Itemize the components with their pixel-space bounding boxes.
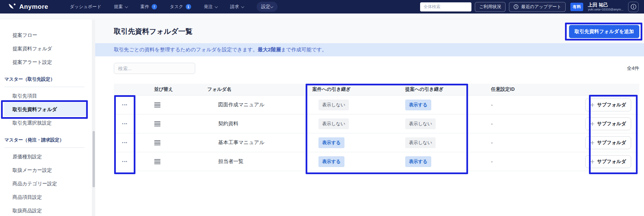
proposal-handover-badge: 表示する (405, 100, 431, 110)
plan-badge: 有料 (570, 3, 583, 11)
sub-nav-strip (0, 14, 644, 19)
nav-menu: ダッシュボード 提案 案件! タスク1 発注 請求 設定 (70, 2, 278, 12)
add-partner-doc-folder-button[interactable]: 取引先資料フォルダを追加 (569, 25, 639, 38)
custom-id-value: - (468, 121, 544, 127)
total-count: 全4件 (627, 65, 639, 72)
custom-id-value: - (468, 102, 544, 108)
plus-icon (590, 160, 594, 164)
folder-name: 図面作成マニュアル (192, 102, 306, 108)
sidebar-item-proposal-alert[interactable]: 提案アラート設定 (0, 55, 92, 69)
sidebar-item-cost-type[interactable]: 原価種別設定 (0, 150, 92, 163)
brand-logo[interactable]: Anymore (8, 3, 48, 11)
custom-id-value: - (468, 159, 544, 164)
case-handover-badge: 表示しない (318, 118, 349, 129)
case-handover-badge: 表示する (318, 137, 344, 148)
chevron-down-icon (125, 5, 128, 8)
plus-icon (590, 122, 594, 126)
sidebar-item-proposal-folder[interactable]: 提案資料フォルダ (0, 42, 92, 55)
folder-name: 基本工事マニュアル (192, 139, 306, 146)
sidebar-item-products[interactable]: 取扱商品設定 (0, 204, 92, 216)
proposal-handover-badge: 表示しない (405, 118, 436, 129)
sidebar-item-product-category[interactable]: 商品カテゴリー設定 (0, 177, 92, 190)
sidebar-heading-partner-settings: マスター（取引先設定） (4, 74, 84, 87)
folders-table: 並び替え フォルダ名 案件への引き継ぎ 提案への引き継ぎ 任意設定ID 図面作成… (114, 84, 639, 171)
help-info-button[interactable] (628, 2, 639, 12)
nav-item-dashboard[interactable]: ダッシュボード (70, 4, 101, 10)
brand-name: Anymore (19, 3, 48, 10)
chevron-down-icon (241, 5, 244, 8)
sidebar-scrollbar-thumb[interactable] (93, 131, 95, 187)
nav-item-proposal[interactable]: 提案 (114, 4, 128, 10)
header-proposal-handover: 提案への引き継ぎ (387, 86, 468, 92)
row-menu-icon[interactable] (121, 140, 128, 145)
case-handover-badge: 表示しない (318, 100, 349, 110)
nav-item-settings[interactable]: 設定 (257, 2, 278, 12)
sidebar-item-product-fields[interactable]: 商品項目設定 (0, 190, 92, 204)
header-case-handover: 案件への引き継ぎ (306, 86, 387, 92)
sidebar-item-partner-choices[interactable]: 取引先選択肢設定 (0, 116, 92, 130)
table-row: 担当者一覧 表示する 表示する - サブフォルダ (114, 152, 639, 171)
nav-item-billing[interactable]: 請求 (230, 4, 244, 10)
settings-sidebar: 提案フロー 提案資料フォルダ 提案アラート設定 マスター（取引先設定） 取引先項… (0, 20, 92, 216)
sidebar-heading-order-billing-settings: マスター（発注・請求設定） (4, 134, 84, 148)
proposal-handover-badge: 表示しない (405, 137, 436, 148)
nav-item-cases[interactable]: 案件! (140, 4, 157, 10)
chevron-down-icon (214, 5, 218, 8)
anymore-logo-icon (8, 3, 16, 11)
add-subfolder-button[interactable]: サブフォルダ (585, 117, 631, 130)
drag-handle-icon[interactable] (154, 121, 192, 127)
custom-id-value: - (468, 140, 544, 145)
sidebar-item-partner-doc-folder[interactable]: 取引先資料フォルダ (4, 103, 86, 116)
folder-name: 契約資料 (192, 120, 306, 127)
table-row: 基本工事マニュアル 表示する 表示しない - サブフォルダ (114, 133, 639, 152)
plus-icon (590, 103, 594, 107)
table-row: 図面作成マニュアル 表示しない 表示する - サブフォルダ (114, 96, 639, 114)
page-title: 取引先資料フォルダ一覧 (114, 27, 192, 36)
sidebar-item-partner-fields[interactable]: 取引先項目 (0, 89, 92, 103)
plus-icon (590, 141, 594, 145)
recent-updates-button[interactable]: 最近のアップデート (509, 2, 566, 12)
row-menu-icon[interactable] (121, 159, 128, 164)
nav-right-cluster: ご利用状況 最近のアップデート 有料 上田 祐己 yuki.ueta+33333… (420, 2, 639, 12)
sidebar-item-proposal-flow[interactable]: 提案フロー (0, 28, 92, 42)
usage-status-button[interactable]: ご利用状況 (475, 2, 506, 12)
tasks-count-badge: 1 (186, 4, 191, 9)
header-custom-id: 任意設定ID (468, 86, 544, 92)
drag-handle-icon[interactable] (154, 159, 192, 164)
drag-handle-icon[interactable] (154, 140, 192, 145)
add-subfolder-button[interactable]: サブフォルダ (585, 136, 631, 149)
clock-icon (513, 4, 519, 9)
table-row: 契約資料 表示しない 表示しない - サブフォルダ (114, 114, 639, 133)
table-toolbar: 全4件 (95, 63, 644, 74)
add-subfolder-button[interactable]: サブフォルダ (585, 99, 631, 111)
add-subfolder-button[interactable]: サブフォルダ (585, 155, 631, 168)
info-banner: 取引先ごとの資料を整理するためのフォルダを設定できます。最大2階層まで作成可能で… (95, 43, 644, 56)
header-folder-name: フォルダ名 (192, 86, 306, 92)
user-email: yuki.ueta+33333@anym... (588, 8, 623, 11)
table-header-row: 並び替え フォルダ名 案件への引き継ぎ 提案への引き継ぎ 任意設定ID (114, 84, 639, 96)
nav-item-orders[interactable]: 発注 (204, 4, 217, 10)
sidebar-item-makers[interactable]: 取扱メーカー設定 (0, 163, 92, 177)
user-name: 上田 祐己 (588, 2, 623, 8)
user-account[interactable]: 上田 祐己 yuki.ueta+33333@anym... (588, 2, 623, 12)
drag-handle-icon[interactable] (154, 102, 192, 108)
case-handover-badge: 表示する (318, 156, 344, 167)
row-menu-icon[interactable] (121, 102, 128, 107)
nav-item-tasks[interactable]: タスク1 (170, 4, 191, 10)
page-header: 取引先資料フォルダ一覧 取引先資料フォルダを追加 (95, 20, 644, 43)
cases-alert-badge: ! (152, 4, 157, 9)
main-content: 取引先資料フォルダ一覧 取引先資料フォルダを追加 取引先ごとの資料を整理するため… (95, 20, 644, 216)
header-sort: 並び替え (135, 86, 192, 92)
top-navigation-bar: Anymore ダッシュボード 提案 案件! タスク1 発注 請求 設定 ご利用… (0, 0, 644, 14)
global-search-input[interactable] (420, 2, 471, 11)
folder-name: 担当者一覧 (192, 158, 306, 165)
proposal-handover-badge: 表示する (405, 156, 431, 167)
folder-search-input[interactable] (114, 63, 195, 74)
info-icon (630, 4, 637, 10)
row-menu-icon[interactable] (121, 121, 128, 126)
